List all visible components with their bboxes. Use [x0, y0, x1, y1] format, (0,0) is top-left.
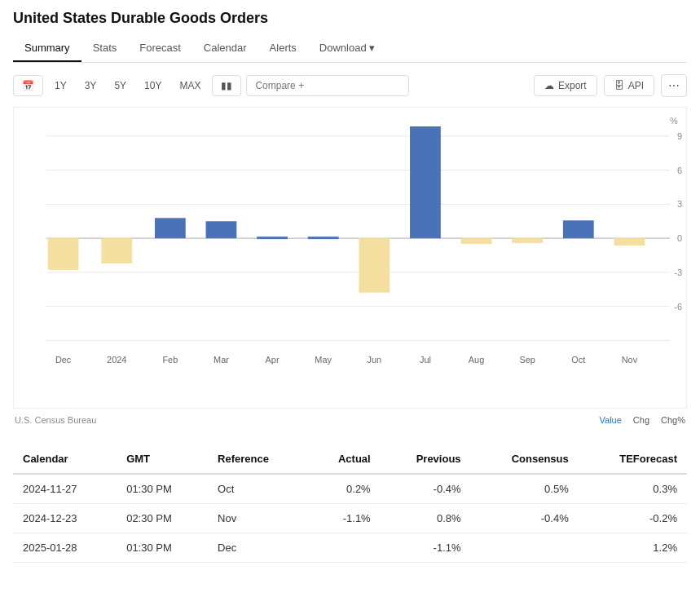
- cell-previous: -1.1%: [381, 533, 471, 563]
- svg-text:9: 9: [677, 131, 682, 141]
- chart-type-button[interactable]: ▮▮: [212, 75, 241, 96]
- chart-container: 9 6 3 0 -3 -6 %: [13, 107, 687, 409]
- svg-text:6: 6: [677, 166, 682, 175]
- cell-consensus: -0.4%: [471, 504, 579, 533]
- svg-text:Dec: Dec: [55, 355, 72, 365]
- bar-2024: [101, 238, 132, 263]
- range-10y-button[interactable]: 10Y: [138, 76, 168, 95]
- tab-bar: Summary Stats Forecast Calendar Alerts D…: [13, 35, 687, 63]
- api-button[interactable]: 🗄 API: [604, 75, 654, 96]
- col-header-reference: Reference: [208, 444, 307, 474]
- range-5y-button[interactable]: 5Y: [108, 76, 133, 95]
- cell-teforecast: 0.3%: [579, 474, 687, 504]
- svg-text:Jun: Jun: [368, 355, 382, 365]
- col-header-gmt: GMT: [117, 444, 208, 474]
- calendar-icon: 📅: [22, 80, 34, 91]
- svg-text:Aug: Aug: [469, 355, 484, 365]
- range-1y-button[interactable]: 1Y: [48, 76, 73, 95]
- api-label: API: [628, 80, 644, 91]
- calendar-button[interactable]: 📅: [13, 75, 43, 96]
- svg-text:2024: 2024: [107, 355, 126, 365]
- cell-calendar: 2024-12-23: [13, 504, 117, 533]
- range-3y-button[interactable]: 3Y: [78, 76, 103, 95]
- svg-text:Feb: Feb: [162, 355, 178, 365]
- compare-input[interactable]: [246, 75, 409, 96]
- svg-text:Jul: Jul: [420, 355, 431, 365]
- chart-source: U.S. Census Bureau: [15, 415, 96, 425]
- cell-teforecast: 1.2%: [579, 533, 687, 563]
- cell-teforecast: -0.2%: [579, 504, 687, 533]
- cell-calendar: 2025-01-28: [13, 533, 117, 563]
- svg-text:%: %: [670, 116, 678, 126]
- bar-feb: [155, 218, 186, 238]
- bar-dec: [48, 238, 79, 270]
- cell-consensus: [471, 533, 579, 563]
- cell-previous: 0.8%: [381, 504, 471, 533]
- cell-reference: Dec: [208, 533, 307, 563]
- tab-stats[interactable]: Stats: [81, 35, 129, 62]
- bar-may: [308, 237, 339, 239]
- more-button[interactable]: ⋯: [661, 74, 687, 97]
- bar-oct: [563, 220, 594, 238]
- toolbar-right: ☁ Export 🗄 API ⋯: [534, 74, 687, 97]
- svg-text:-6: -6: [674, 302, 682, 312]
- data-table: Calendar GMT Reference Actual Previous C…: [13, 444, 687, 563]
- tab-download[interactable]: Download ▾: [308, 35, 386, 62]
- bar-nov: [614, 238, 645, 245]
- tab-forecast[interactable]: Forecast: [128, 35, 192, 62]
- cell-actual: [307, 533, 381, 563]
- export-label: Export: [558, 80, 587, 91]
- svg-text:-3: -3: [674, 268, 682, 277]
- col-header-previous: Previous: [381, 444, 471, 474]
- tab-calendar[interactable]: Calendar: [192, 35, 258, 62]
- svg-text:Apr: Apr: [266, 355, 280, 365]
- chart-icon: ▮▮: [221, 80, 232, 91]
- bar-jun: [359, 238, 390, 293]
- toolbar: 📅 1Y 3Y 5Y 10Y MAX ▮▮ ☁ Export 🗄 API ⋯: [13, 71, 687, 100]
- svg-text:May: May: [315, 355, 332, 365]
- cell-actual: 0.2%: [307, 474, 381, 504]
- footer-value[interactable]: Value: [600, 415, 622, 425]
- cell-consensus: 0.5%: [471, 474, 579, 504]
- col-header-calendar: Calendar: [13, 444, 117, 474]
- col-header-teforecast: TEForecast: [579, 444, 687, 474]
- table-row: 2024-11-2701:30 PMOct0.2%-0.4%0.5%0.3%: [13, 474, 687, 504]
- page-title: United States Durable Goods Orders: [13, 10, 687, 27]
- bar-mar: [206, 221, 237, 238]
- cell-gmt: 01:30 PM: [117, 474, 208, 504]
- chart-svg: 9 6 3 0 -3 -6 %: [14, 108, 686, 408]
- bar-aug: [461, 238, 492, 244]
- cell-gmt: 02:30 PM: [117, 504, 208, 533]
- cell-gmt: 01:30 PM: [117, 533, 208, 563]
- tab-alerts[interactable]: Alerts: [258, 35, 308, 62]
- cell-reference: Oct: [208, 474, 307, 504]
- bar-sep: [512, 238, 543, 243]
- cell-actual: -1.1%: [307, 504, 381, 533]
- svg-text:0: 0: [677, 233, 682, 243]
- table-header-row: Calendar GMT Reference Actual Previous C…: [13, 444, 687, 474]
- footer-chg: Chg: [633, 415, 649, 425]
- api-icon: 🗄: [614, 80, 624, 91]
- cell-previous: -0.4%: [381, 474, 471, 504]
- svg-text:Nov: Nov: [622, 355, 638, 365]
- chart-footer: U.S. Census Bureau Value Chg Chg%: [13, 412, 687, 431]
- svg-text:Mar: Mar: [214, 355, 229, 365]
- cell-reference: Nov: [208, 504, 307, 533]
- bar-apr: [257, 237, 288, 239]
- cell-calendar: 2024-11-27: [13, 474, 117, 504]
- table-row: 2024-12-2302:30 PMNov-1.1%0.8%-0.4%-0.2%: [13, 504, 687, 533]
- bar-jul: [410, 126, 441, 238]
- col-header-consensus: Consensus: [471, 444, 579, 474]
- svg-text:3: 3: [677, 199, 682, 209]
- range-max-button[interactable]: MAX: [173, 76, 207, 95]
- col-header-actual: Actual: [307, 444, 381, 474]
- footer-chgpct: Chg%: [661, 415, 685, 425]
- svg-text:Sep: Sep: [519, 355, 535, 365]
- table-row: 2025-01-2801:30 PMDec-1.1%1.2%: [13, 533, 687, 563]
- chart-footer-right: Value Chg Chg%: [600, 415, 685, 425]
- svg-text:Oct: Oct: [571, 355, 585, 365]
- export-button[interactable]: ☁ Export: [534, 75, 597, 96]
- export-icon: ☁: [544, 80, 554, 91]
- tab-summary[interactable]: Summary: [13, 35, 81, 62]
